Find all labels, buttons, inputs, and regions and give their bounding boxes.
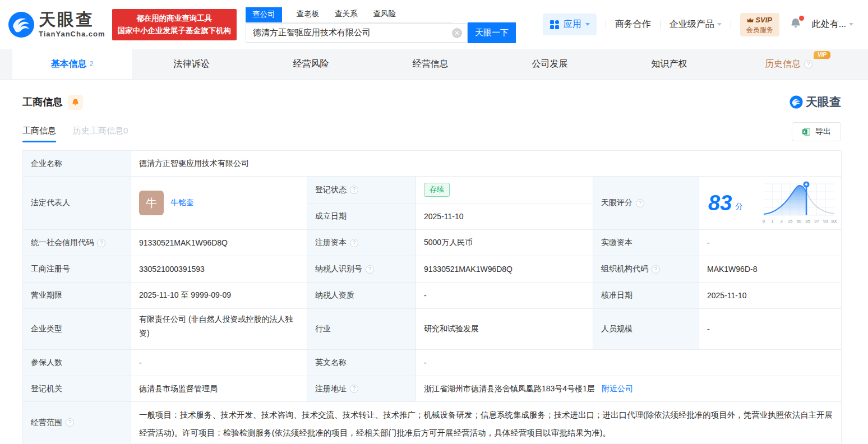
export-label: 导出 <box>815 127 831 137</box>
legal-rep-cell: 牛 牛铭奎 <box>131 177 307 230</box>
reg-capital-value: 5000万人民币 <box>416 230 593 256</box>
slogan-badge: 都在用的商业查询工具 国家中小企业发展子基金旗下机构 <box>112 9 237 40</box>
help-icon[interactable]: ? <box>804 60 812 68</box>
tab-company-development[interactable]: 公司发展 <box>490 49 610 79</box>
insured-count-value: - <box>131 350 307 376</box>
help-icon[interactable]: ? <box>66 418 74 427</box>
help-icon[interactable]: ? <box>652 265 660 274</box>
search-input[interactable] <box>246 23 468 43</box>
field-label: 纳税人资质 <box>307 283 416 309</box>
credit-code-value: 91330521MAK1W96D8Q <box>131 230 307 256</box>
establish-date-value: 2025-11-10 <box>416 203 593 230</box>
svip-member-badge[interactable]: SVIP 会员服务 <box>740 13 779 36</box>
business-info-table: 企业名称 德清方正智驱应用技术有限公司 法定代表人 牛 牛铭奎 登记状态 ? 存… <box>22 150 841 443</box>
field-label: 法定代表人 <box>23 177 131 230</box>
company-tab-bar: 基本信息 2 法律诉讼 经营风险 经营信息 公司发展 知识产权 VIP 历史信息… <box>0 49 868 80</box>
search-area: 查公司 查老板 查关系 查风险 ✕ 天眼一下 <box>246 7 516 43</box>
field-label: 经营范围? <box>23 402 131 443</box>
nav-enterprise-label: 企业级产品 <box>670 18 714 30</box>
taxpayer-id-value: 91330521MAK1W96D8Q <box>416 256 593 283</box>
field-label: 实缴资本 <box>593 230 699 256</box>
divider <box>660 20 661 29</box>
apps-menu[interactable]: 应用 <box>543 13 597 35</box>
tab-history-info[interactable]: VIP 历史信息 ? <box>729 49 848 79</box>
tab-label: 历史信息 <box>765 58 801 70</box>
field-label: 成立日期 <box>307 203 416 230</box>
tab-operating-info[interactable]: 经营信息 <box>371 49 490 79</box>
search-button[interactable]: 天眼一下 <box>468 22 516 43</box>
reg-address-cell: 浙江省湖州市德清县洛舍镇凤凰路183号4号楼1层 附近公司 <box>416 376 842 402</box>
subscribe-bell-button[interactable] <box>68 95 83 110</box>
svg-text:100: 100 <box>831 219 837 224</box>
tianyancha-swirl-icon <box>8 11 35 38</box>
search-bar: ✕ 天眼一下 <box>246 23 516 43</box>
tab-basic-info[interactable]: 基本信息 2 <box>12 49 132 79</box>
tab-legal[interactable]: 法律诉讼 <box>132 49 251 79</box>
notification-bell[interactable] <box>789 17 802 32</box>
staff-size-value: - <box>699 309 842 350</box>
industry-value: 研究和试验发展 <box>416 309 593 350</box>
search-tab-company[interactable]: 查公司 <box>246 7 282 22</box>
english-name-value: - <box>416 350 842 376</box>
field-label: 人员规模 <box>593 309 699 350</box>
chevron-down-icon <box>585 23 590 26</box>
svg-text:3: 3 <box>780 219 782 224</box>
svg-text:99: 99 <box>823 219 828 224</box>
field-label: 统一社会信用代码? <box>23 230 131 256</box>
nav-cooperation[interactable]: 商务合作 <box>615 18 651 30</box>
excel-icon <box>802 127 811 136</box>
subtab-history-business-info[interactable]: 历史工商信息0 <box>73 126 128 142</box>
crown-icon <box>747 17 754 23</box>
help-icon[interactable]: ? <box>350 186 358 194</box>
reg-number-value: 330521000391593 <box>131 256 307 283</box>
subtab-business-info[interactable]: 工商信息 <box>22 126 56 142</box>
nearby-companies-link[interactable]: 附近公司 <box>602 384 633 394</box>
reg-authority-value: 德清县市场监督管理局 <box>131 376 307 402</box>
org-code-value: MAK1W96D-8 <box>699 256 842 283</box>
svg-text:15: 15 <box>788 219 792 224</box>
svg-text:0: 0 <box>763 219 765 224</box>
field-label: 工商注册号 <box>23 256 131 283</box>
brand-name: 天眼查 <box>39 11 105 28</box>
help-icon[interactable]: ? <box>636 199 644 207</box>
export-button[interactable]: 导出 <box>792 122 841 141</box>
tab-intellectual-property[interactable]: 知识产权 <box>610 49 729 79</box>
chevron-down-icon <box>717 23 722 26</box>
bell-icon <box>71 98 80 107</box>
help-icon[interactable]: ? <box>97 239 105 247</box>
search-tab-boss[interactable]: 查老板 <box>296 7 321 22</box>
search-tabs: 查公司 查老板 查关系 查风险 <box>246 7 452 23</box>
field-label: 组织机构代码? <box>593 256 699 283</box>
help-icon[interactable]: ? <box>366 265 374 274</box>
help-icon[interactable]: ? <box>350 239 358 247</box>
tab-label: 基本信息 <box>51 58 87 70</box>
taxpayer-quality-value: - <box>416 283 593 309</box>
field-label: 登记机关 <box>23 376 131 402</box>
user-menu[interactable]: 此处有... <box>812 18 853 30</box>
nav-enterprise[interactable]: 企业级产品 <box>670 18 722 30</box>
company-type-value: 有限责任公司 (非自然人投资或控股的法人独资) <box>131 309 307 350</box>
field-label: 注册资本? <box>307 230 416 256</box>
business-term-value: 2025-11-10 至 9999-09-09 <box>131 283 307 309</box>
legal-rep-link[interactable]: 牛铭奎 <box>170 198 194 208</box>
search-tab-risk[interactable]: 查风险 <box>372 7 398 22</box>
tab-operating-risk[interactable]: 经营风险 <box>251 49 371 79</box>
clear-search-icon[interactable]: ✕ <box>452 28 462 38</box>
approval-date-value: 2025-11-10 <box>699 283 842 309</box>
section-title: 工商信息 <box>22 95 63 109</box>
score-distribution-chart: 0 1 3 15 50 85 97 99 100 <box>761 179 837 226</box>
field-label: 参保人数 <box>23 350 131 376</box>
field-label: 登记状态 ? <box>307 177 416 203</box>
reg-status-cell: 存续 <box>416 177 593 203</box>
tianyancha-logo[interactable]: 天眼查 TianYanCha.com <box>8 11 105 38</box>
svg-text:50: 50 <box>797 219 801 224</box>
slogan-line2: 国家中小企业发展子基金旗下机构 <box>118 25 232 37</box>
help-icon[interactable]: ? <box>350 385 358 393</box>
tab-count: 2 <box>90 60 94 68</box>
avatar[interactable]: 牛 <box>139 191 164 215</box>
site-header: 天眼查 TianYanCha.com 都在用的商业查询工具 国家中小企业发展子基… <box>0 0 868 49</box>
search-tab-relation[interactable]: 查关系 <box>334 7 359 22</box>
tianyancha-swirl-icon <box>789 95 803 109</box>
field-label: 企业类型 <box>23 309 131 350</box>
paid-capital-value: - <box>699 230 842 256</box>
